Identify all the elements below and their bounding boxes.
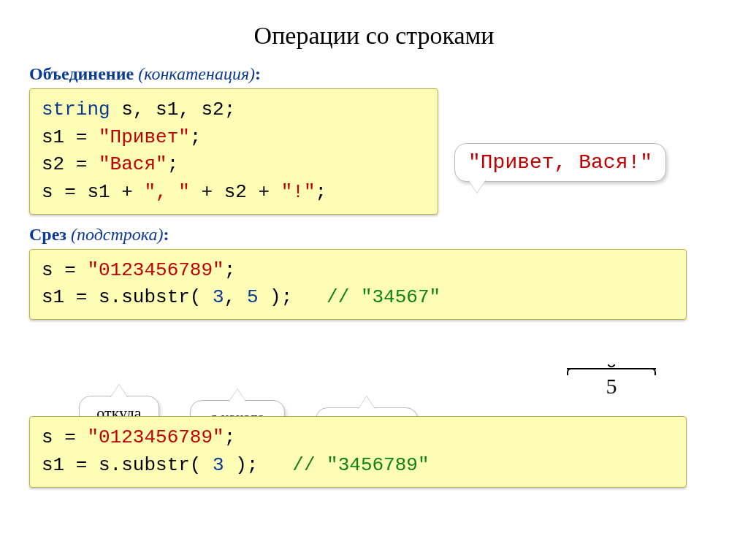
kw-string: string <box>42 99 110 120</box>
c2-l2n1: 3 <box>213 286 224 308</box>
c2-l1s: "0123456789" <box>87 259 224 281</box>
sec2-italic: (подстрока) <box>71 225 163 244</box>
c1-l4s2: "!" <box>281 181 316 203</box>
c3-l1s: "0123456789" <box>87 426 224 448</box>
c2-l1a: s = <box>42 259 87 281</box>
c3-l2a: s1 = s.substr( <box>42 454 213 476</box>
c2-l2a: s1 = s.substr( <box>42 286 213 308</box>
c3-l2n1: 3 <box>213 454 224 476</box>
callout-result-string: "Привет, Вася!" <box>454 143 666 182</box>
c1-l2s: "Привет" <box>99 126 190 148</box>
c2-l2b: , <box>224 286 247 308</box>
code-block-1: string s, s1, s2; s1 = "Привет"; s2 = "В… <box>29 88 438 215</box>
brace-count-5: 5 <box>567 368 656 399</box>
c1-l4a: s = s1 + <box>42 181 144 203</box>
c1-l2b: ; <box>190 126 202 148</box>
section-concat: Объединение (конкатенация): <box>29 64 719 84</box>
section-slice: Срез (подстрока): <box>29 225 719 245</box>
c2-l2n2: 5 <box>247 286 259 308</box>
c1-l4b: + s2 + <box>190 181 281 203</box>
c1-l3a: s2 = <box>42 153 99 175</box>
c3-l1b: ; <box>224 426 236 448</box>
sec1-colon: : <box>255 64 261 83</box>
brace-label: 5 <box>567 374 656 399</box>
c2-l1b: ; <box>224 259 236 281</box>
c3-l2com: // "3456789" <box>292 454 429 476</box>
code-block-2: s = "0123456789"; s1 = s.substr( 3, 5 );… <box>29 249 687 320</box>
code-block-3: s = "0123456789"; s1 = s.substr( 3 ); //… <box>29 416 687 487</box>
c1-l4s1: ", " <box>144 181 189 203</box>
sec1-bold: Объединение <box>29 64 134 83</box>
callout-vasya-text: "Привет, Вася!" <box>468 151 652 174</box>
page-title: Операции со строками <box>29 22 719 50</box>
c2-l2com: // "34567" <box>327 286 440 308</box>
slide: Операции со строками Объединение (конкат… <box>0 0 748 560</box>
c1-l4c: ; <box>316 181 327 203</box>
c1-l1r: s, s1, s2; <box>110 99 236 120</box>
c1-l2a: s1 = <box>42 126 99 148</box>
sec2-colon: : <box>163 225 169 244</box>
c3-l2b: ); <box>224 454 293 476</box>
c3-l1a: s = <box>42 426 87 448</box>
sec2-bold: Срез <box>29 225 66 244</box>
c1-l3b: ; <box>167 153 179 175</box>
sec1-italic: (конкатенация) <box>138 64 255 83</box>
c2-l2c: ); <box>258 286 327 308</box>
c1-l3s: "Вася" <box>99 153 167 175</box>
